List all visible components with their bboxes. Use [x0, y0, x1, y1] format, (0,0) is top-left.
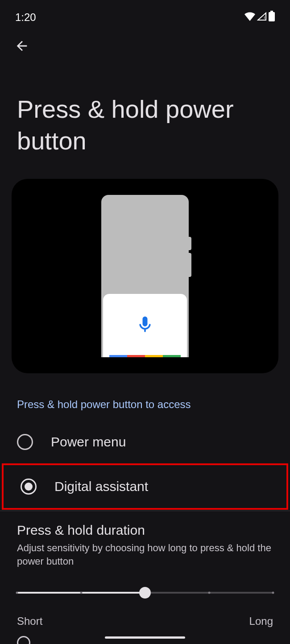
back-button[interactable] [0, 28, 290, 54]
option-label: Power menu [51, 434, 126, 450]
illustration [12, 179, 278, 373]
status-bar: 1:20 ! [0, 0, 290, 28]
radio-icon [17, 434, 33, 450]
section-label: Press & hold power button to access [0, 373, 290, 421]
assistant-panel-illustration [103, 294, 187, 357]
svg-text:!: ! [264, 16, 265, 21]
duration-description: Adjust sensitivity by choosing how long … [17, 541, 273, 568]
arrow-left-icon [14, 38, 29, 54]
info-icon[interactable] [17, 636, 30, 644]
slider-max-label: Long [249, 615, 273, 627]
signal-icon: ! [257, 11, 267, 24]
svg-rect-2 [269, 12, 275, 21]
battery-icon [269, 11, 275, 24]
page-title: Press & hold power button [0, 54, 290, 179]
duration-title: Press & hold duration [17, 523, 273, 538]
slider-thumb[interactable] [139, 587, 151, 599]
status-icons: ! [244, 11, 275, 24]
slider-min-label: Short [17, 615, 42, 627]
option-digital-assistant[interactable]: Digital assistant [4, 465, 286, 508]
microphone-icon [135, 315, 155, 336]
status-time: 1:20 [15, 11, 36, 24]
option-power-menu[interactable]: Power menu [0, 421, 290, 463]
duration-slider[interactable] [17, 587, 273, 598]
nav-indicator[interactable] [105, 636, 185, 639]
highlight-box: Digital assistant [2, 463, 288, 510]
phone-illustration [101, 195, 189, 357]
svg-rect-1 [270, 11, 273, 12]
wifi-icon [244, 11, 255, 24]
option-label: Digital assistant [54, 479, 148, 494]
radio-icon-selected [21, 479, 37, 495]
